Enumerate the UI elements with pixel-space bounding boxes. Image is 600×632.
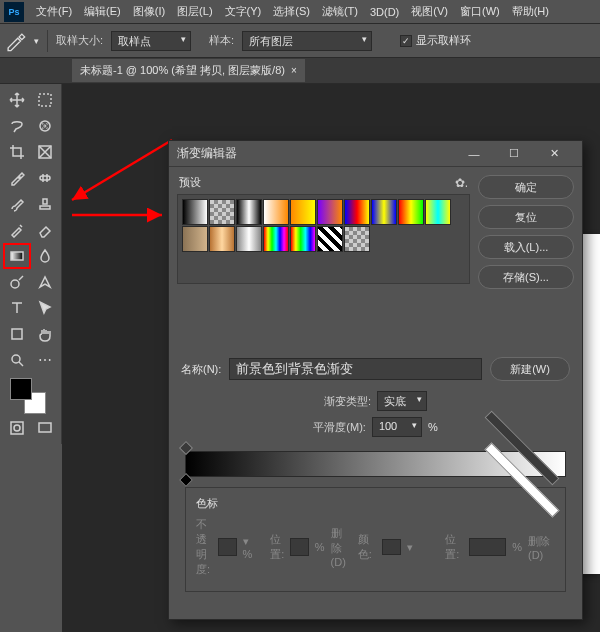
move-tool[interactable]	[4, 88, 30, 112]
position-label-2: 位置:	[445, 532, 463, 562]
dodge-tool[interactable]	[4, 270, 30, 294]
stamp-tool[interactable]	[32, 192, 58, 216]
opacity-input[interactable]	[218, 538, 236, 556]
close-tab-icon[interactable]: ×	[291, 65, 297, 76]
menu-layer[interactable]: 图层(L)	[171, 4, 218, 19]
gradient-bar[interactable]	[185, 451, 566, 477]
svg-point-5	[11, 280, 19, 288]
tools-panel: ⋯	[0, 84, 62, 444]
preset-swatch[interactable]	[398, 199, 424, 225]
edit-toolbar[interactable]: ⋯	[32, 348, 58, 372]
preset-swatch[interactable]	[371, 199, 397, 225]
gradient-type-label: 渐变类型:	[324, 394, 371, 409]
svg-point-7	[12, 355, 20, 363]
foreground-color[interactable]	[10, 378, 32, 400]
preset-swatch[interactable]	[182, 226, 208, 252]
load-button[interactable]: 载入(L)...	[478, 235, 574, 259]
preset-swatch[interactable]	[236, 226, 262, 252]
menu-image[interactable]: 图像(I)	[127, 4, 171, 19]
preset-swatch[interactable]	[209, 226, 235, 252]
name-input[interactable]	[229, 358, 482, 380]
menu-window[interactable]: 窗口(W)	[454, 4, 506, 19]
svg-rect-4	[11, 252, 23, 260]
preset-swatch[interactable]	[344, 199, 370, 225]
svg-rect-8	[11, 422, 23, 434]
menu-view[interactable]: 视图(V)	[405, 4, 454, 19]
preset-swatch[interactable]	[290, 199, 316, 225]
sample-select[interactable]: 所有图层	[242, 31, 372, 51]
menu-filter[interactable]: 滤镜(T)	[316, 4, 364, 19]
heal-tool[interactable]	[32, 166, 58, 190]
eyedropper-tool-icon[interactable]	[4, 30, 26, 52]
preset-swatch[interactable]	[317, 226, 343, 252]
opacity-label: 不透明度:	[196, 517, 212, 577]
zoom-tool[interactable]	[4, 348, 30, 372]
presets-grid	[177, 194, 470, 284]
ok-button[interactable]: 确定	[478, 175, 574, 199]
menu-help[interactable]: 帮助(H)	[506, 4, 555, 19]
history-brush-tool[interactable]	[4, 218, 30, 242]
color-label: 颜色:	[358, 532, 376, 562]
frame-tool[interactable]	[32, 140, 58, 164]
dialog-titlebar[interactable]: 渐变编辑器 ― ☐ ✕	[169, 141, 582, 167]
pen-tool[interactable]	[32, 270, 58, 294]
brush-tool[interactable]	[4, 192, 30, 216]
gradient-type-select[interactable]: 实底	[377, 391, 427, 411]
presets-gear-icon[interactable]: ✿.	[455, 176, 468, 190]
show-ring-checkbox[interactable]: ✓ 显示取样环	[400, 33, 471, 48]
sample-size-select[interactable]: 取样点	[111, 31, 191, 51]
maximize-button[interactable]: ☐	[494, 141, 534, 167]
app-logo: Ps	[4, 2, 24, 22]
tool-chevron-icon[interactable]: ▾	[34, 36, 39, 46]
preset-swatch[interactable]	[209, 199, 235, 225]
type-tool[interactable]	[4, 296, 30, 320]
menu-edit[interactable]: 编辑(E)	[78, 4, 127, 19]
quickmask-tool[interactable]	[4, 416, 30, 440]
delete-opacity-stop[interactable]: 删除(D)	[331, 526, 346, 568]
marquee-tool[interactable]	[32, 88, 58, 112]
smoothness-label: 平滑度(M):	[313, 420, 366, 435]
shape-tool[interactable]	[4, 322, 30, 346]
delete-color-stop[interactable]: 删除(D)	[528, 534, 555, 561]
preset-swatch[interactable]	[344, 226, 370, 252]
path-select-tool[interactable]	[32, 296, 58, 320]
blur-tool[interactable]	[32, 244, 58, 268]
preset-swatch[interactable]	[263, 226, 289, 252]
color-swatches[interactable]	[4, 374, 58, 414]
menu-3d[interactable]: 3D(D)	[364, 6, 405, 18]
position-label: 位置:	[270, 532, 284, 562]
preset-swatch[interactable]	[182, 199, 208, 225]
menu-type[interactable]: 文字(Y)	[219, 4, 268, 19]
menu-select[interactable]: 选择(S)	[267, 4, 316, 19]
show-ring-label: 显示取样环	[416, 33, 471, 48]
lasso-tool[interactable]	[4, 114, 30, 138]
reset-button[interactable]: 复位	[478, 205, 574, 229]
preset-swatch[interactable]	[236, 199, 262, 225]
hand-tool[interactable]	[32, 322, 58, 346]
close-button[interactable]: ✕	[534, 141, 574, 167]
gradient-tool[interactable]	[4, 244, 30, 268]
smoothness-input[interactable]: 100	[372, 417, 422, 437]
eraser-tool[interactable]	[32, 218, 58, 242]
screenmode-tool[interactable]	[32, 416, 58, 440]
minimize-button[interactable]: ―	[454, 141, 494, 167]
color-position-input[interactable]	[469, 538, 506, 556]
new-button[interactable]: 新建(W)	[490, 357, 570, 381]
preset-swatch[interactable]	[317, 199, 343, 225]
crop-tool[interactable]	[4, 140, 30, 164]
preset-swatch[interactable]	[263, 199, 289, 225]
menu-file[interactable]: 文件(F)	[30, 4, 78, 19]
opacity-position-input[interactable]	[290, 538, 308, 556]
preset-swatch[interactable]	[290, 226, 316, 252]
presets-label: 预设	[179, 175, 201, 190]
svg-rect-0	[39, 94, 51, 106]
gradient-editor-dialog: 渐变编辑器 ― ☐ ✕ 预设 ✿.	[168, 140, 583, 620]
preset-swatch[interactable]	[425, 199, 451, 225]
eyedropper-tool[interactable]	[4, 166, 30, 190]
svg-rect-3	[40, 176, 50, 180]
document-tab-title: 未标题-1 @ 100% (希望 拷贝, 图层蒙版/8)	[80, 63, 285, 78]
document-tab[interactable]: 未标题-1 @ 100% (希望 拷贝, 图层蒙版/8) ×	[72, 59, 305, 82]
quick-select-tool[interactable]	[32, 114, 58, 138]
save-button[interactable]: 存储(S)...	[478, 265, 574, 289]
stop-color-swatch[interactable]	[382, 539, 401, 555]
